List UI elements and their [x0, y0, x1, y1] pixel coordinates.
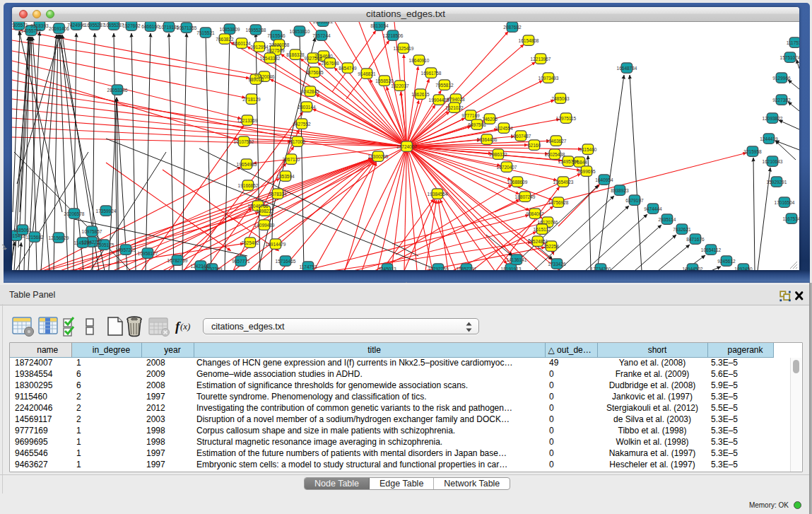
svg-text:15751074: 15751074: [780, 55, 799, 60]
svg-text:7515546: 7515546: [267, 33, 286, 38]
svg-text:9318393: 9318393: [30, 23, 49, 28]
svg-text:9657771: 9657771: [232, 259, 250, 264]
svg-text:12505175: 12505175: [94, 243, 114, 247]
svg-text:10046766: 10046766: [248, 204, 269, 209]
svg-text:18807249: 18807249: [515, 194, 536, 199]
svg-text:18191913: 18191913: [501, 267, 522, 271]
svg-text:2087682: 2087682: [503, 25, 522, 30]
svg-text:10782759: 10782759: [167, 258, 188, 263]
svg-text:16543382: 16543382: [260, 56, 281, 61]
svg-text:16914479: 16914479: [266, 242, 286, 247]
svg-text:20691406: 20691406: [49, 26, 69, 31]
svg-text:17957223: 17957223: [116, 247, 136, 252]
svg-text:15929291: 15929291: [767, 180, 787, 185]
svg-text:8186328: 8186328: [286, 52, 305, 57]
svg-text:13524851: 13524851: [528, 239, 548, 244]
svg-text:7485063: 7485063: [551, 96, 570, 101]
svg-text:10975857: 10975857: [82, 229, 102, 234]
svg-text:9777169: 9777169: [461, 113, 480, 118]
svg-text:9227382: 9227382: [772, 98, 791, 103]
svg-text:14136141: 14136141: [507, 257, 527, 262]
svg-text:19166852: 19166852: [238, 183, 259, 188]
svg-text:10792759: 10792759: [428, 267, 449, 271]
svg-text:10107552: 10107552: [234, 139, 254, 144]
svg-text:9699695: 9699695: [577, 169, 596, 174]
svg-text:13325419: 13325419: [394, 46, 414, 51]
svg-text:2986322: 2986322: [489, 152, 507, 157]
svg-text:989010: 989010: [248, 77, 264, 82]
svg-text:16955287: 16955287: [85, 23, 105, 28]
svg-text:1244419: 1244419: [760, 136, 778, 141]
svg-text:18640910: 18640910: [409, 58, 430, 63]
svg-text:575844: 575844: [572, 160, 587, 165]
svg-text:1092450: 1092450: [734, 267, 753, 271]
svg-text:10654112: 10654112: [701, 247, 722, 252]
svg-text:14055712: 14055712: [21, 28, 42, 33]
svg-text:10292369: 10292369: [202, 267, 223, 271]
svg-text:12218506: 12218506: [383, 33, 404, 38]
svg-text:9794028: 9794028: [447, 97, 465, 102]
svg-text:12975115: 12975115: [556, 116, 577, 121]
svg-text:9245612: 9245612: [717, 259, 736, 264]
svg-text:17734260: 17734260: [591, 267, 611, 271]
svg-text:12093822: 12093822: [763, 116, 783, 121]
svg-text:10944502: 10944502: [683, 267, 703, 271]
svg-text:252254: 252254: [543, 244, 559, 249]
svg-text:6466160: 6466160: [141, 24, 160, 29]
svg-text:1185061: 1185061: [14, 228, 32, 233]
svg-text:1024554: 1024554: [495, 126, 513, 131]
svg-text:3215958: 3215958: [743, 149, 762, 154]
svg-text:18300295: 18300295: [368, 154, 389, 159]
svg-text:16955288: 16955288: [246, 28, 266, 33]
svg-text:3915412: 3915412: [12, 233, 25, 238]
svg-text:2305571: 2305571: [12, 23, 28, 28]
svg-text:1621022: 1621022: [445, 105, 464, 110]
svg-text:10671355: 10671355: [177, 25, 197, 30]
svg-text:9146821: 9146821: [358, 71, 376, 76]
svg-text:1615112: 1615112: [534, 227, 551, 232]
svg-text:15720407: 15720407: [497, 165, 517, 170]
svg-text:1167534: 1167534: [783, 216, 799, 221]
svg-text:14099489: 14099489: [254, 223, 275, 228]
svg-text:15716465: 15716465: [276, 259, 296, 264]
svg-text:8471676: 8471676: [686, 237, 705, 242]
svg-text:16955222: 16955222: [313, 22, 334, 24]
svg-text:3912954: 3912954: [250, 45, 269, 49]
svg-text:62160: 62160: [528, 143, 541, 148]
svg-text:1733426: 1733426: [548, 262, 566, 267]
svg-text:417006: 417006: [290, 139, 305, 144]
svg-text:12213967: 12213967: [531, 57, 551, 62]
svg-text:16857791: 16857791: [457, 267, 477, 271]
svg-text:7955812: 7955812: [435, 83, 454, 88]
svg-text:1174753: 1174753: [300, 264, 317, 269]
svg-text:1145190: 1145190: [74, 240, 92, 245]
svg-text:3875685: 3875685: [305, 70, 324, 75]
svg-text:2718129: 2718129: [242, 97, 261, 102]
svg-text:1362615: 1362615: [411, 92, 430, 97]
svg-text:1498222: 1498222: [256, 209, 274, 214]
svg-text:20364436: 20364436: [477, 137, 498, 142]
svg-text:12156829: 12156829: [49, 235, 69, 240]
svg-text:(x): (x): [180, 321, 190, 332]
svg-text:10853809: 10853809: [220, 27, 240, 32]
svg-text:16210643: 16210643: [763, 159, 783, 164]
svg-text:23226058: 23226058: [269, 42, 290, 47]
svg-text:12213369: 12213369: [237, 118, 258, 123]
svg-text:10025438: 10025438: [545, 152, 565, 157]
svg-text:7625402: 7625402: [241, 240, 259, 245]
svg-text:19463627: 19463627: [546, 139, 567, 144]
svg-text:9245013: 9245013: [378, 267, 396, 271]
svg-text:9242845: 9242845: [301, 89, 319, 94]
svg-text:7515521: 7515521: [196, 30, 215, 35]
svg-text:8660124: 8660124: [233, 41, 251, 46]
svg-text:9084067: 9084067: [526, 211, 544, 216]
svg-text:18724007: 18724007: [396, 144, 417, 149]
svg-text:3267110: 3267110: [283, 157, 300, 162]
svg-text:10688609: 10688609: [507, 180, 528, 185]
svg-text:7663822: 7663822: [216, 37, 234, 42]
svg-text:1558520: 1558520: [375, 78, 394, 83]
svg-text:19654923: 19654923: [553, 180, 574, 185]
svg-text:1527602: 1527602: [122, 23, 141, 28]
svg-text:17359924: 17359924: [96, 209, 117, 214]
svg-text:17016504: 17016504: [775, 200, 795, 205]
